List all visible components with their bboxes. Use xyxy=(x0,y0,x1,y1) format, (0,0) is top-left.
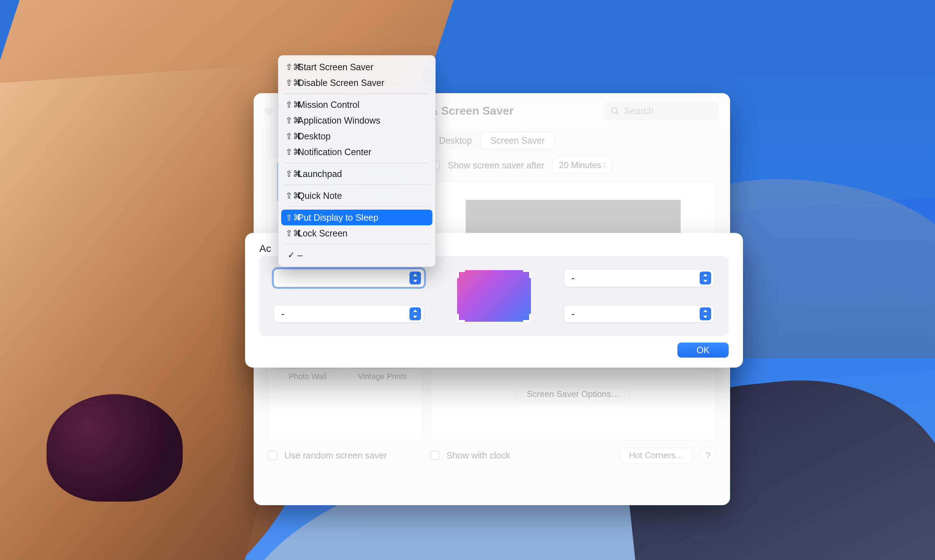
menu-item-application-windows[interactable]: ⇧⌘Application Windows xyxy=(281,112,432,128)
chevron-updown-icon xyxy=(700,308,711,320)
corner-marker-icon xyxy=(523,270,531,278)
corner-select-top-right[interactable]: - xyxy=(564,269,714,287)
tab-screen-saver[interactable]: Screen Saver xyxy=(481,132,554,149)
hot-corners-button[interactable]: Hot Corners… xyxy=(620,448,693,463)
random-checkbox[interactable] xyxy=(268,451,277,460)
menu-item-put-display-to-sleep[interactable]: ⇧⌘Put Display to Sleep xyxy=(281,209,432,225)
chevron-updown-icon xyxy=(700,272,711,285)
chevron-updown-icon xyxy=(409,272,421,285)
menu-separator xyxy=(285,185,429,185)
menu-item-quick-note[interactable]: ⇧⌘Quick Note xyxy=(281,188,432,203)
corner-action-menu[interactable]: ⇧⌘Start Screen Saver ⇧⌘Disable Screen Sa… xyxy=(278,55,436,267)
corner-select-bottom-right[interactable]: - xyxy=(564,305,714,323)
tab-desktop[interactable]: Desktop xyxy=(429,132,481,149)
menu-item-disable-screen-saver[interactable]: ⇧⌘Disable Screen Saver xyxy=(281,75,432,91)
screen-saver-options-button[interactable]: Screen Saver Options… xyxy=(517,386,630,402)
clock-label: Show with clock xyxy=(446,450,510,461)
show-after-dropdown[interactable]: 20 Minutes xyxy=(552,157,612,173)
search-input[interactable]: Search xyxy=(604,102,719,120)
help-button[interactable]: ? xyxy=(700,448,716,463)
menu-separator xyxy=(285,244,429,245)
menu-separator xyxy=(285,206,429,207)
corner-marker-icon xyxy=(457,270,465,278)
menu-separator xyxy=(285,94,429,94)
ok-button[interactable]: OK xyxy=(677,343,729,358)
close-icon[interactable] xyxy=(265,107,273,115)
menu-item-mission-control[interactable]: ⇧⌘Mission Control xyxy=(281,97,432,112)
corner-select-top-left[interactable] xyxy=(274,269,424,287)
menu-item-desktop[interactable]: ⇧⌘Desktop xyxy=(281,128,432,144)
search-placeholder: Search xyxy=(624,105,654,117)
menu-item-launchpad[interactable]: ⇧⌘Launchpad xyxy=(281,166,432,182)
menu-separator xyxy=(285,163,429,163)
menu-item-notification-center[interactable]: ⇧⌘Notification Center xyxy=(281,144,432,160)
search-icon xyxy=(611,106,620,116)
random-label: Use random screen saver xyxy=(284,450,387,461)
corner-marker-icon xyxy=(523,314,531,322)
svg-line-1 xyxy=(616,112,619,115)
chevron-updown-icon xyxy=(409,308,421,320)
corner-marker-icon xyxy=(457,314,465,322)
corner-select-bottom-left[interactable]: - xyxy=(274,305,424,323)
menu-item-start-screen-saver[interactable]: ⇧⌘Start Screen Saver xyxy=(281,59,432,75)
checkmark-icon: ✓ xyxy=(288,250,295,260)
menu-item-lock-screen[interactable]: ⇧⌘Lock Screen xyxy=(281,225,432,241)
menu-item-none[interactable]: ✓– xyxy=(281,247,432,263)
show-after-label: Show screen saver after xyxy=(448,160,544,171)
screen-thumbnail xyxy=(457,270,531,322)
clock-checkbox[interactable] xyxy=(430,451,439,460)
